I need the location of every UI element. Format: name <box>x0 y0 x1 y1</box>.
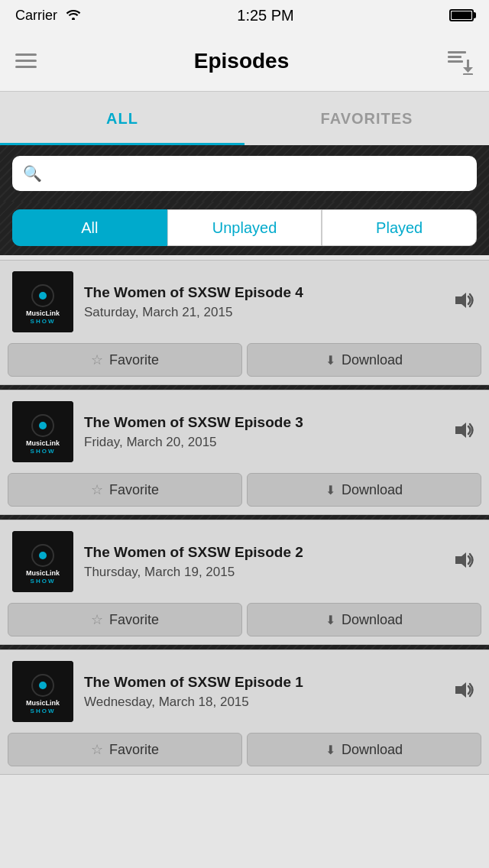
filter-all-button[interactable]: All <box>12 209 167 246</box>
svg-point-8 <box>39 292 47 300</box>
page-title: Episodes <box>194 49 289 73</box>
download-button-3[interactable]: ⬇ Download <box>247 603 481 636</box>
filter-bar: All Unplayed Played <box>0 202 489 255</box>
table-row: MusicLink SHOW The Women of SXSW Episode… <box>0 260 489 385</box>
episode-list: MusicLink SHOW The Women of SXSW Episode… <box>0 260 489 775</box>
search-container: 🔍 <box>0 145 489 202</box>
episode-actions-2: ☆ Favorite ⬇ Download <box>0 473 489 514</box>
episode-date-4: Wednesday, March 18, 2015 <box>84 695 440 710</box>
episode-date-2: Friday, March 20, 2015 <box>84 435 440 450</box>
download-button-1[interactable]: ⬇ Download <box>247 343 481 377</box>
svg-text:MusicLink: MusicLink <box>26 309 60 317</box>
episode-thumbnail-4[interactable]: MusicLink SHOW <box>12 661 73 722</box>
episode-actions-3: ☆ Favorite ⬇ Download <box>0 603 489 644</box>
svg-marker-11 <box>455 293 466 308</box>
filter-played-button[interactable]: Played <box>322 209 477 246</box>
table-row: MusicLink SHOW The Women of SXSW Episode… <box>0 520 489 645</box>
download-icon-2: ⬇ <box>325 483 335 497</box>
download-all-button[interactable] <box>446 47 474 75</box>
episode-title-1: The Women of SXSW Episode 4 <box>84 283 440 303</box>
svg-marker-4 <box>463 67 473 73</box>
episode-title-4: The Women of SXSW Episode 1 <box>84 673 440 692</box>
svg-rect-3 <box>467 60 469 67</box>
svg-text:SHOW: SHOW <box>31 708 56 714</box>
episode-info-4: MusicLink SHOW The Women of SXSW Episode… <box>0 650 489 733</box>
tab-all[interactable]: ALL <box>0 92 244 145</box>
episode-text-2: The Women of SXSW Episode 3 Friday, Marc… <box>84 413 440 451</box>
volume-icon-4[interactable] <box>451 677 477 706</box>
search-input[interactable] <box>48 166 466 182</box>
menu-button[interactable] <box>15 53 37 68</box>
table-row: MusicLink SHOW The Women of SXSW Episode… <box>0 649 489 775</box>
svg-point-14 <box>39 422 47 429</box>
star-icon-2: ☆ <box>91 481 103 498</box>
favorite-button-1[interactable]: ☆ Favorite <box>8 343 242 377</box>
star-icon-1: ☆ <box>91 351 103 368</box>
episode-title-2: The Women of SXSW Episode 3 <box>84 413 440 432</box>
carrier-label: Carrier <box>15 8 57 24</box>
episode-title-3: The Women of SXSW Episode 2 <box>84 543 440 562</box>
episode-info-3: MusicLink SHOW The Women of SXSW Episode… <box>0 520 489 603</box>
download-icon-4: ⬇ <box>325 743 335 757</box>
svg-text:MusicLink: MusicLink <box>26 439 60 447</box>
star-icon-3: ☆ <box>91 611 103 628</box>
svg-text:SHOW: SHOW <box>31 578 56 585</box>
episode-actions-4: ☆ Favorite ⬇ Download <box>0 733 489 774</box>
episode-thumbnail-2[interactable]: MusicLink SHOW <box>12 401 73 462</box>
download-button-2[interactable]: ⬇ Download <box>247 473 481 507</box>
tab-favorites[interactable]: FAVORITES <box>244 92 489 145</box>
filter-unplayed-button[interactable]: Unplayed <box>167 209 322 246</box>
episode-text-3: The Women of SXSW Episode 2 Thursday, Ma… <box>84 543 440 581</box>
favorite-button-2[interactable]: ☆ Favorite <box>8 473 242 507</box>
episode-text-4: The Women of SXSW Episode 1 Wednesday, M… <box>84 673 440 711</box>
download-icon-3: ⬇ <box>325 613 335 627</box>
svg-marker-23 <box>455 552 466 568</box>
table-row: MusicLink SHOW The Women of SXSW Episode… <box>0 390 489 515</box>
download-icon-1: ⬇ <box>325 353 335 368</box>
svg-rect-2 <box>448 60 463 63</box>
volume-icon-2[interactable] <box>451 417 477 446</box>
favorite-button-3[interactable]: ☆ Favorite <box>8 603 242 636</box>
status-left: Carrier <box>15 8 82 24</box>
status-right <box>449 9 474 21</box>
episode-text-1: The Women of SXSW Episode 4 Saturday, Ma… <box>84 283 440 321</box>
svg-rect-5 <box>463 73 473 75</box>
svg-text:MusicLink: MusicLink <box>26 699 60 707</box>
episode-actions-1: ☆ Favorite ⬇ Download <box>0 343 489 384</box>
wifi-icon <box>65 8 82 23</box>
star-icon-4: ☆ <box>91 741 103 758</box>
svg-point-20 <box>39 552 47 559</box>
tab-bar: ALL FAVORITES <box>0 92 489 145</box>
svg-marker-17 <box>455 423 466 438</box>
svg-text:SHOW: SHOW <box>31 318 56 325</box>
volume-icon-3[interactable] <box>451 547 477 576</box>
svg-marker-29 <box>455 682 466 698</box>
volume-icon-1[interactable] <box>451 287 477 316</box>
svg-text:MusicLink: MusicLink <box>26 569 60 577</box>
search-icon: 🔍 <box>23 164 42 183</box>
episode-info-1: MusicLink SHOW The Women of SXSW Episode… <box>0 261 489 343</box>
favorite-button-4[interactable]: ☆ Favorite <box>8 733 242 766</box>
episode-thumbnail-1[interactable]: MusicLink SHOW <box>12 271 73 332</box>
episode-date-3: Thursday, March 19, 2015 <box>84 565 440 580</box>
status-bar: Carrier 1:25 PM <box>0 0 489 31</box>
battery-icon <box>449 9 474 21</box>
svg-rect-1 <box>448 56 461 58</box>
svg-rect-0 <box>448 51 466 53</box>
search-wrapper: 🔍 <box>12 156 477 191</box>
nav-header: Episodes <box>0 31 489 92</box>
episode-date-1: Saturday, March 21, 2015 <box>84 305 440 320</box>
download-button-4[interactable]: ⬇ Download <box>247 733 481 766</box>
svg-point-26 <box>39 682 47 689</box>
episode-thumbnail-3[interactable]: MusicLink SHOW <box>12 531 73 592</box>
status-time: 1:25 PM <box>237 7 293 24</box>
episode-info-2: MusicLink SHOW The Women of SXSW Episode… <box>0 390 489 473</box>
svg-text:SHOW: SHOW <box>31 448 56 455</box>
